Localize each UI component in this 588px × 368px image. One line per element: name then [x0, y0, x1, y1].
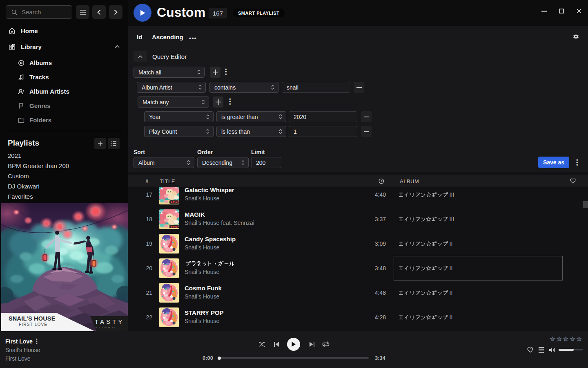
- svg-text:SNAIL’S HOUSE: SNAIL’S HOUSE: [9, 315, 56, 322]
- svg-text:TASTY: TASTY: [95, 318, 124, 325]
- svg-text:FIRST LOVE: FIRST LOVE: [19, 322, 47, 327]
- svg-text:BSTMMXI: BSTMMXI: [96, 326, 116, 329]
